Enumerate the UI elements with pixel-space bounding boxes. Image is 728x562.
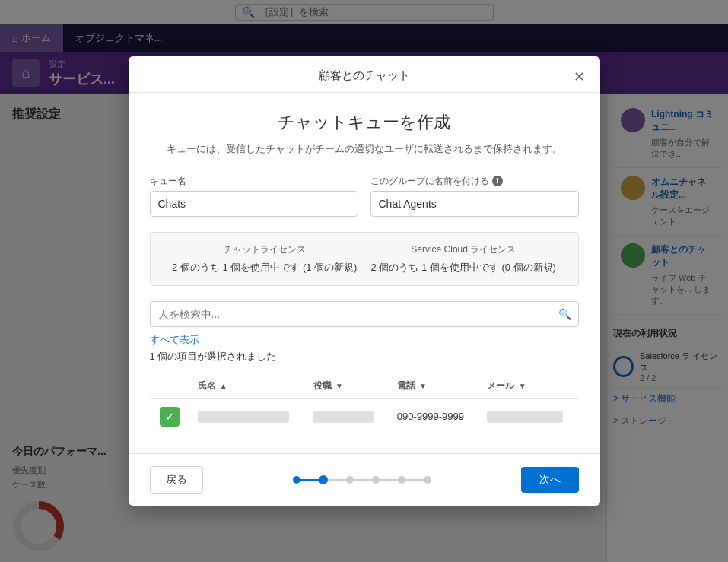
progress-line-1 (300, 479, 319, 481)
info-icon[interactable]: i (492, 176, 503, 186)
people-search-input[interactable] (150, 301, 579, 327)
row-name-cell (189, 398, 304, 434)
progress-dot-5 (398, 476, 405, 484)
show-all-link[interactable]: すべて表示 (150, 333, 579, 347)
modal-overlay: 顧客とのチャット ✕ チャットキューを作成 キューには、受信したチャットがチーム… (0, 0, 728, 562)
chat-license-value: 2 個のうち 1 個を使用中です (1 個の新規) (166, 261, 364, 275)
progress-line-5 (405, 479, 424, 481)
row-phone-cell: 090-9999-9999 (388, 398, 478, 434)
progress-dot-2 (319, 475, 328, 484)
modal-main-title: チャットキューを作成 (150, 111, 579, 134)
modal: 顧客とのチャット ✕ チャットキューを作成 キューには、受信したチャットがチーム… (129, 56, 600, 506)
chat-license-title: チャットライセンス (166, 243, 364, 256)
people-search-icon: 🔍 (558, 308, 571, 320)
table-header-name: 氏名 ▲ (189, 373, 304, 398)
back-button[interactable]: 戻る (150, 466, 203, 494)
group-input[interactable] (370, 191, 579, 217)
table-header-email: メール ▼ (478, 373, 578, 398)
progress-dot-1 (293, 476, 300, 484)
people-search: 🔍 (150, 301, 579, 327)
row-role-cell (304, 398, 388, 434)
next-button[interactable]: 次へ (521, 467, 579, 493)
name-sort-icon[interactable]: ▲ (220, 382, 227, 390)
table-header-checkbox (150, 373, 189, 398)
progress-dot-3 (346, 476, 354, 484)
row-checkbox-cell[interactable] (150, 398, 189, 434)
group-label: このグループに名前を付ける i (370, 175, 579, 188)
chat-license-col: チャットライセンス 2 個のうち 1 個を使用中です (1 個の新規) (166, 243, 364, 275)
progress-line-2 (328, 479, 346, 481)
selected-count: 1 個の項目が選択されました (150, 350, 579, 364)
service-cloud-value: 2 個のうち 1 個を使用中です (0 個の新規) (364, 261, 563, 275)
row-email-placeholder (487, 411, 563, 423)
queue-label: キュー名 (150, 175, 358, 188)
row-email-cell (478, 398, 578, 434)
modal-close-button[interactable]: ✕ (571, 65, 588, 88)
progress-line-4 (380, 479, 398, 481)
row-checkbox[interactable] (160, 407, 180, 427)
modal-header-title: 顧客とのチャット (319, 68, 410, 81)
member-table: 氏名 ▲ 役職 ▼ 電話 ▼ メール ▼ (150, 373, 579, 435)
modal-footer: 戻る 次へ (129, 453, 600, 506)
form-row-names: キュー名 このグループに名前を付ける i (150, 175, 579, 217)
email-sort-icon[interactable]: ▼ (519, 382, 526, 390)
role-sort-icon[interactable]: ▼ (335, 382, 343, 390)
service-cloud-col: Service Cloud ライセンス 2 個のうち 1 個を使用中です (0 … (364, 243, 563, 275)
modal-body: チャットキューを作成 キューには、受信したチャットがチームの適切なユーザに転送さ… (129, 93, 600, 453)
row-name-placeholder (198, 411, 289, 423)
form-group-group: このグループに名前を付ける i (370, 175, 579, 217)
table-row: 090-9999-9999 (150, 398, 578, 434)
modal-subtitle: キューには、受信したチャットがチームの適切なユーザに転送されるまで保持されます。 (150, 141, 579, 157)
table-header-role: 役職 ▼ (304, 373, 388, 398)
phone-sort-icon[interactable]: ▼ (419, 382, 427, 390)
service-cloud-title: Service Cloud ライセンス (364, 243, 563, 256)
progress-dots (293, 475, 431, 484)
modal-header: 顧客とのチャット ✕ (129, 56, 600, 93)
progress-line-3 (354, 479, 372, 481)
license-box: チャットライセンス 2 個のうち 1 個を使用中です (1 個の新規) Serv… (150, 232, 579, 286)
progress-dot-6 (424, 476, 431, 484)
table-header-phone: 電話 ▼ (388, 373, 478, 398)
queue-input[interactable] (150, 191, 358, 217)
form-group-queue: キュー名 (150, 175, 358, 217)
row-role-placeholder (313, 411, 374, 423)
progress-dot-4 (372, 476, 380, 484)
